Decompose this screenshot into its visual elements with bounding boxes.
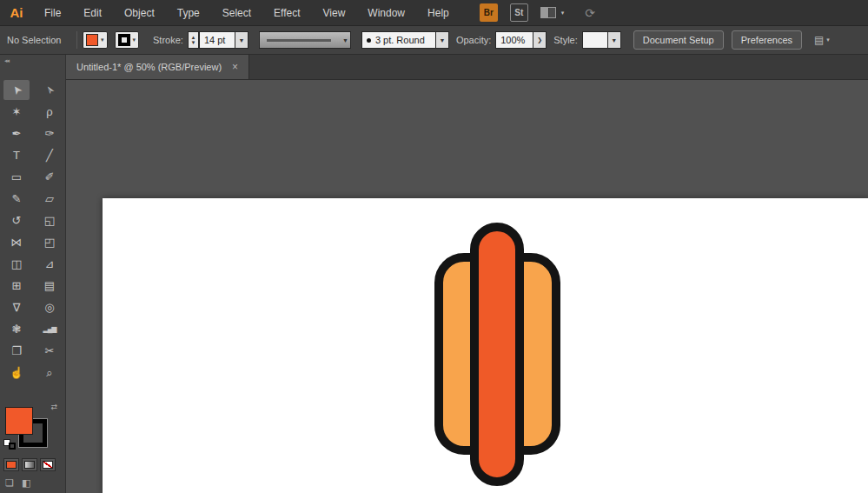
opacity-label[interactable]: Opacity: <box>456 35 491 45</box>
gradient-tool-icon: ▤ <box>44 279 55 292</box>
menu-type[interactable]: Type <box>166 0 211 26</box>
workspace-switcher-icon[interactable] <box>540 7 556 18</box>
column-graph-tool-icon: ▂▄▆ <box>43 325 56 333</box>
bottom-mode-buttons: ❏ ◧ <box>5 477 30 489</box>
perspective-grid-tool-button[interactable]: ⊿ <box>36 254 63 274</box>
workspace-chevron-icon[interactable]: ▾ <box>561 10 565 17</box>
shape-builder-tool-icon: ◫ <box>11 257 22 270</box>
pen-tool-icon: ✒ <box>12 127 22 140</box>
free-transform-tool-button[interactable]: ◰ <box>36 232 63 252</box>
scale-tool-button[interactable]: ◱ <box>36 210 63 230</box>
color-mode-buttons <box>3 458 56 471</box>
uniform-profile-icon <box>267 39 331 42</box>
stroke-swatch[interactable] <box>118 34 130 46</box>
menu-object[interactable]: Object <box>113 0 166 26</box>
selection-tool-button[interactable]: ➤ <box>3 80 30 100</box>
document-setup-button[interactable]: Document Setup <box>633 30 724 50</box>
menu-help[interactable]: Help <box>416 0 461 26</box>
fill-chevron-icon[interactable]: ▾ <box>101 37 104 43</box>
stroke-chevron-icon[interactable]: ▾ <box>133 37 136 43</box>
stepper-down-icon[interactable]: ▼ <box>190 40 195 45</box>
canvas-area[interactable] <box>66 80 868 493</box>
gradient-tool-button[interactable]: ▤ <box>36 276 63 296</box>
mesh-tool-button[interactable]: ⊞ <box>3 276 30 296</box>
width-profile-dropdown[interactable]: ▼ <box>259 31 351 49</box>
tools-panel: ◂◂ ➤ ➢ ✶ ρ ✒ ✑ T ╱ ▭ ✐ ✎ ▱ ↺ ◱ ⋈ ◰ ◫ ⊿ ⊞… <box>0 55 66 493</box>
blend-tool-button[interactable]: ◎ <box>36 297 63 317</box>
perspective-grid-tool-icon: ⊿ <box>45 257 55 270</box>
symbol-sprayer-tool-icon: ❃ <box>12 323 22 336</box>
none-button-icon <box>43 461 53 469</box>
brush-dropdown[interactable]: ▼ <box>436 31 449 49</box>
lasso-tool-button[interactable]: ρ <box>36 102 63 122</box>
rectangle-tool-button[interactable]: ▭ <box>3 167 30 187</box>
bridge-button[interactable]: Br <box>480 3 498 22</box>
profile-chevron-icon[interactable]: ▼ <box>342 37 348 43</box>
artboard-tool-button[interactable]: ❐ <box>3 341 30 361</box>
eyedropper-tool-icon: ∇ <box>13 301 21 314</box>
screen-mode-icon[interactable]: ◧ <box>22 477 30 489</box>
zoom-tool-button[interactable]: ⌕ <box>36 363 63 383</box>
arrange-documents-icon[interactable]: ▤ <box>814 34 824 46</box>
stroke-weight-dropdown[interactable]: ▼ <box>235 31 248 49</box>
opacity-field[interactable]: 100% <box>495 31 533 49</box>
eyedropper-tool-button[interactable]: ∇ <box>3 297 30 317</box>
type-tool-button[interactable]: T <box>3 145 30 165</box>
arrange-documents-control[interactable]: ▤ ▾ <box>814 34 830 46</box>
arrange-chevron-icon[interactable]: ▾ <box>826 37 830 43</box>
menu-select[interactable]: Select <box>211 0 262 26</box>
symbol-sprayer-tool-button[interactable]: ❃ <box>3 319 30 339</box>
color-button-icon <box>6 461 17 469</box>
opacity-slider-arrow[interactable]: ❯ <box>533 31 547 49</box>
swap-fill-stroke-icon[interactable]: ⇄ <box>50 403 57 411</box>
type-tool-icon: T <box>13 149 20 162</box>
selection-tool-icon: ➤ <box>9 83 25 98</box>
pencil-tool-icon: ✎ <box>12 192 22 205</box>
style-field[interactable] <box>582 31 608 49</box>
eraser-tool-button[interactable]: ▱ <box>36 189 63 209</box>
stroke-color-picker[interactable]: ▾ <box>115 31 140 49</box>
menu-view[interactable]: View <box>312 0 357 26</box>
column-graph-tool-button[interactable]: ▂▄▆ <box>36 319 63 339</box>
default-fill-stroke-icon[interactable] <box>3 439 16 450</box>
menu-bar: Ai File Edit Object Type Select Effect V… <box>0 0 868 26</box>
style-label[interactable]: Style: <box>553 35 578 45</box>
shape-builder-tool-button[interactable]: ◫ <box>3 254 30 274</box>
curvature-tool-button[interactable]: ✑ <box>36 123 63 143</box>
line-segment-tool-button[interactable]: ╱ <box>36 145 63 165</box>
gradient-button[interactable] <box>22 458 37 471</box>
sync-status-icon[interactable]: ⟳ <box>585 6 595 20</box>
stroke-weight-stepper[interactable]: ▲ ▼ <box>188 31 199 49</box>
slice-tool-button[interactable]: ✂ <box>36 341 63 361</box>
rotate-tool-button[interactable]: ↺ <box>3 210 30 230</box>
pencil-tool-button[interactable]: ✎ <box>3 189 30 209</box>
toolbar-collapse-icon[interactable]: ◂◂ <box>0 55 65 67</box>
drawing-mode-icon[interactable]: ❏ <box>5 477 14 489</box>
fill-swatch[interactable] <box>86 34 98 46</box>
hotdog-sausage-shape[interactable] <box>470 223 524 486</box>
lasso-tool-icon: ρ <box>46 105 52 118</box>
menu-file[interactable]: File <box>33 0 72 26</box>
stroke-weight-field[interactable]: 14 pt <box>199 31 235 49</box>
stroke-label[interactable]: Stroke: <box>153 35 183 45</box>
menu-effect[interactable]: Effect <box>262 0 311 26</box>
fill-color-picker[interactable]: ▾ <box>83 31 108 49</box>
preferences-button[interactable]: Preferences <box>732 30 802 50</box>
paintbrush-tool-button[interactable]: ✐ <box>36 167 63 187</box>
fill-color-swatch[interactable] <box>5 407 33 435</box>
document-tab[interactable]: Untitled-1* @ 50% (RGB/Preview) × <box>66 55 249 79</box>
direct-selection-tool-button[interactable]: ➢ <box>36 80 63 100</box>
none-button[interactable] <box>40 458 56 471</box>
color-button[interactable] <box>3 458 19 471</box>
width-tool-button[interactable]: ⋈ <box>3 232 30 252</box>
menu-edit[interactable]: Edit <box>72 0 113 26</box>
control-bar: No Selection ▾ ▾ Stroke: ▲ ▼ 14 pt ▼ ▼ 3… <box>0 26 868 55</box>
magic-wand-tool-button[interactable]: ✶ <box>3 102 30 122</box>
stock-button[interactable]: St <box>510 3 528 22</box>
menu-window[interactable]: Window <box>356 0 416 26</box>
tab-close-icon[interactable]: × <box>232 61 238 73</box>
style-dropdown[interactable]: ▼ <box>608 31 621 49</box>
pen-tool-button[interactable]: ✒ <box>3 123 30 143</box>
hand-tool-button[interactable]: ☝ <box>3 363 30 383</box>
brush-definition-field[interactable]: 3 pt. Round <box>361 31 436 49</box>
